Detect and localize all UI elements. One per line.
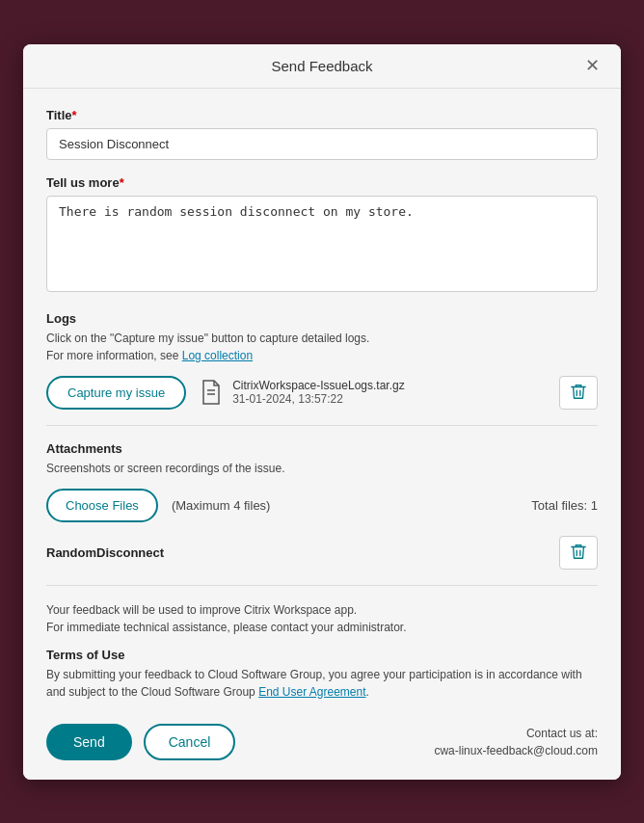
attachment-item: RandomDisconnect: [46, 536, 598, 586]
dialog-footer: Send Cancel Contact us at: cwa-linux-fee…: [46, 716, 598, 760]
tell-us-more-required: *: [120, 175, 124, 190]
send-button[interactable]: Send: [46, 724, 132, 760]
logs-description: Click on the "Capture my issue" button t…: [46, 330, 598, 364]
footer-info: Your feedback will be used to improve Ci…: [46, 601, 598, 636]
tell-us-more-group: Tell us more* There is random session di…: [46, 175, 598, 296]
log-collection-link[interactable]: Log collection: [182, 349, 253, 362]
attachments-section-label: Attachments: [46, 441, 598, 456]
cancel-button[interactable]: Cancel: [144, 724, 236, 760]
attachments-description: Screenshots or screen recordings of the …: [46, 460, 598, 477]
contact-email: cwa-linux-feedback@cloud.com: [434, 744, 598, 757]
logs-section: Logs Click on the "Capture my issue" but…: [46, 311, 598, 426]
eula-link[interactable]: End User Agreement: [258, 685, 365, 699]
attachment-name: RandomDisconnect: [46, 545, 164, 560]
close-button[interactable]: ✕: [579, 55, 605, 76]
title-label: Title*: [46, 108, 598, 122]
log-file-date: 31-01-2024, 13:57:22: [232, 392, 405, 406]
contact-info: Contact us at: cwa-linux-feedback@cloud.…: [434, 725, 598, 759]
delete-attachment-button[interactable]: [559, 536, 598, 570]
title-input[interactable]: [46, 128, 598, 160]
tell-us-more-label: Tell us more*: [46, 175, 598, 190]
footer-buttons: Send Cancel: [46, 724, 235, 760]
total-files-label: Total files: 1: [531, 498, 598, 513]
title-required: *: [72, 108, 77, 122]
dialog-body: Title* Tell us more* There is random ses…: [23, 89, 621, 780]
tell-us-more-textarea[interactable]: There is random session disconnect on my…: [46, 196, 598, 292]
choose-files-button[interactable]: Choose Files: [46, 489, 158, 522]
terms-section: Terms of Use By submitting your feedback…: [46, 648, 598, 701]
contact-label: Contact us at:: [526, 727, 598, 740]
attachments-row: Choose Files (Maximum 4 files) Total fil…: [46, 489, 598, 522]
attachments-section: Attachments Screenshots or screen record…: [46, 441, 598, 586]
dialog-title: Send Feedback: [271, 58, 372, 74]
dialog-header: Send Feedback ✕: [23, 44, 621, 89]
terms-text: By submitting your feedback to Cloud Sof…: [46, 666, 598, 701]
logs-section-label: Logs: [46, 311, 598, 326]
log-file-name: CitrixWorkspace-IssueLogs.tar.gz: [232, 379, 405, 392]
send-feedback-dialog: Send Feedback ✕ Title* Tell us more* The…: [23, 44, 621, 780]
capture-my-issue-button[interactable]: Capture my issue: [46, 376, 186, 410]
log-file-info: CitrixWorkspace-IssueLogs.tar.gz 31-01-2…: [198, 377, 548, 408]
delete-log-button[interactable]: [559, 376, 598, 410]
terms-title: Terms of Use: [46, 648, 598, 662]
logs-row: Capture my issue CitrixWorkspace-IssueLo…: [46, 376, 598, 426]
log-file-details: CitrixWorkspace-IssueLogs.tar.gz 31-01-2…: [232, 379, 405, 406]
max-files-label: (Maximum 4 files): [172, 498, 271, 513]
title-group: Title*: [46, 108, 598, 160]
log-file-icon: [198, 377, 225, 408]
